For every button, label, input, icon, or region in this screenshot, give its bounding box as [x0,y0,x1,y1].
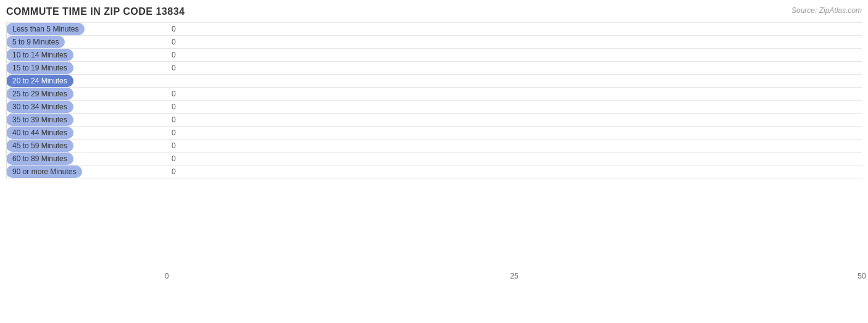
bar-value: 0 [172,51,176,59]
label-pill: 15 to 19 Minutes [6,62,73,74]
chart-source: Source: ZipAtlas.com [791,6,862,15]
bar-value: 0 [172,103,176,111]
bar-row: 25 to 29 Minutes0 [6,88,862,101]
x-tick: 50 [858,272,866,280]
bar-row: 10 to 14 Minutes0 [6,49,862,62]
bar-row: Less than 5 Minutes0 [6,22,862,36]
bar-row: 45 to 59 Minutes0 [6,140,862,153]
chart-body: Less than 5 Minutes05 to 9 Minutes010 to… [6,22,862,283]
label-pill: 35 to 39 Minutes [6,114,73,126]
label-pill: 40 to 44 Minutes [6,127,73,139]
chart-header: COMMUTE TIME IN ZIP CODE 13834 Source: Z… [6,6,862,17]
bar-value: 0 [172,38,176,46]
bar-value: 0 [172,154,176,163]
bar-label: 90 or more Minutes [6,166,167,178]
label-pill: 60 to 89 Minutes [6,153,73,165]
label-pill: Less than 5 Minutes [6,23,85,35]
bar-label: 10 to 14 Minutes [6,49,167,61]
bar-value: 0 [172,141,176,150]
bar-value: 41 [725,77,733,85]
x-axis: 02550 [167,265,862,283]
bar-row: 60 to 89 Minutes0 [6,153,862,166]
bar-label: 60 to 89 Minutes [6,153,167,165]
bar-value: 0 [172,25,176,33]
bar-label: 45 to 59 Minutes [6,140,167,152]
bar-value: 0 [172,128,176,137]
label-pill: 45 to 59 Minutes [6,140,73,152]
bar-label: 35 to 39 Minutes [6,114,167,126]
bar-label: 40 to 44 Minutes [6,127,167,139]
x-tick: 0 [165,272,169,280]
label-pill: 25 to 29 Minutes [6,88,73,100]
label-pill: 30 to 34 Minutes [6,101,73,113]
bar-label: 25 to 29 Minutes [6,88,167,100]
bar-value: 0 [172,90,176,98]
label-pill: 90 or more Minutes [6,166,82,178]
chart-title: COMMUTE TIME IN ZIP CODE 13834 [6,6,185,17]
bar-label: Less than 5 Minutes [6,23,167,35]
bar-value: 0 [172,115,176,124]
label-pill: 10 to 14 Minutes [6,49,73,61]
bar-row: 5 to 9 Minutes0 [6,36,862,49]
bar-value: 0 [172,64,176,72]
label-pill: 5 to 9 Minutes [6,36,65,48]
bar-row: 40 to 44 Minutes0 [6,127,862,140]
bar-row: 20 to 24 Minutes41 [6,75,862,88]
x-tick: 25 [510,272,518,280]
bar-row: 90 or more Minutes0 [6,166,862,178]
chart-container: COMMUTE TIME IN ZIP CODE 13834 Source: Z… [0,0,868,323]
bar-row: 30 to 34 Minutes0 [6,101,862,114]
bar-label: 30 to 34 Minutes [6,101,167,113]
bar-label: 20 to 24 Minutes [6,75,167,87]
bar-label: 15 to 19 Minutes [6,62,167,74]
bar-value: 0 [172,167,176,176]
bars-area: Less than 5 Minutes05 to 9 Minutes010 to… [6,22,862,178]
bar-label: 5 to 9 Minutes [6,36,167,48]
bar-row: 35 to 39 Minutes0 [6,114,862,127]
bar-row: 15 to 19 Minutes0 [6,62,862,75]
label-pill: 20 to 24 Minutes [6,75,73,87]
